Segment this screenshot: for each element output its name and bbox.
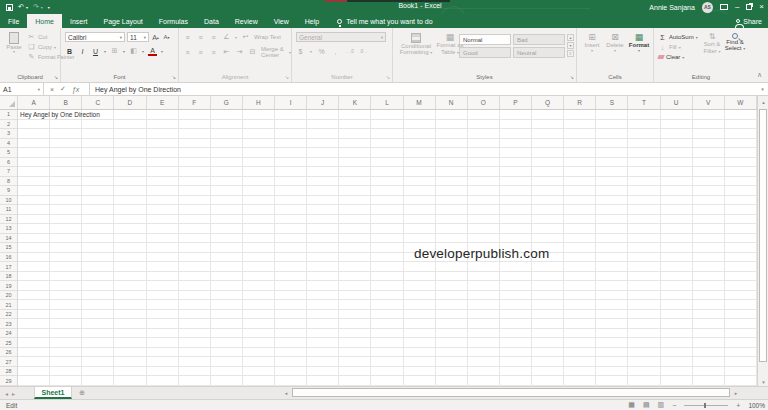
row-header[interactable]: 27 <box>0 357 17 367</box>
row-header[interactable]: 16 <box>0 253 17 263</box>
row-header[interactable]: 7 <box>0 167 17 177</box>
gallery-scroll-down-icon[interactable]: ▾ <box>567 42 574 49</box>
row-header[interactable]: 12 <box>0 215 17 225</box>
column-header[interactable]: E <box>147 96 179 109</box>
avatar[interactable]: AS <box>702 2 713 13</box>
column-header[interactable]: G <box>211 96 243 109</box>
name-box-dropdown-icon[interactable]: ▾ <box>38 87 40 92</box>
minimize-button[interactable]: – <box>735 2 739 12</box>
column-header[interactable]: S <box>596 96 628 109</box>
row-header[interactable]: 17 <box>0 262 17 272</box>
restore-button[interactable] <box>746 4 752 10</box>
tab-view[interactable]: View <box>266 14 297 28</box>
orientation-icon[interactable]: ∠ <box>222 32 231 42</box>
insert-function-icon[interactable]: ƒx <box>72 86 79 93</box>
formula-input[interactable]: Hey Angel by One Direction <box>90 83 757 95</box>
row-header[interactable]: 9 <box>0 186 17 196</box>
normal-view-icon[interactable]: ▦ <box>628 401 635 409</box>
font-color-icon[interactable]: A <box>148 47 157 56</box>
insert-cells-button[interactable]: ⊞ Insert▾ <box>581 33 603 53</box>
find-select-button[interactable]: Find & Select ▾ <box>724 33 746 52</box>
row-header[interactable]: 6 <box>0 158 17 168</box>
decrease-decimal-icon[interactable]: .0→ <box>359 46 368 56</box>
column-header[interactable]: I <box>275 96 307 109</box>
tab-formulas[interactable]: Formulas <box>151 14 196 28</box>
collapse-ribbon-icon[interactable]: ∧ <box>757 71 762 79</box>
vertical-scroll-thumb[interactable] <box>759 109 767 362</box>
row-header[interactable]: 20 <box>0 291 17 301</box>
row-header[interactable]: 21 <box>0 300 17 310</box>
fill-button[interactable]: ↓Fill▾ <box>658 42 698 52</box>
cancel-icon[interactable]: × <box>50 86 54 93</box>
name-box[interactable]: A1 ▾ <box>0 83 44 95</box>
conditional-formatting-button[interactable]: Conditional Formatting ▾ <box>399 33 433 56</box>
page-layout-view-icon[interactable]: ▤ <box>643 401 650 409</box>
row-header[interactable]: 2 <box>0 120 17 130</box>
vertical-scrollbar[interactable]: ▴ ▾ <box>757 96 768 388</box>
row-header[interactable]: 18 <box>0 272 17 282</box>
row-header[interactable]: 1 <box>0 110 17 120</box>
style-good[interactable]: Good <box>459 47 511 58</box>
share-button[interactable]: Share <box>736 14 762 28</box>
bold-button[interactable]: B <box>65 46 74 56</box>
horizontal-scroll-thumb[interactable] <box>292 388 730 397</box>
column-header[interactable]: D <box>114 96 146 109</box>
row-header[interactable]: 13 <box>0 224 17 234</box>
italic-button[interactable]: I <box>78 46 87 56</box>
scroll-up-icon[interactable]: ▴ <box>759 97 768 107</box>
row-header[interactable]: 23 <box>0 319 17 329</box>
align-top-icon[interactable]: ≡ <box>183 32 192 42</box>
expand-formula-bar-icon[interactable]: ▾ <box>757 83 768 95</box>
column-header[interactable]: H <box>243 96 275 109</box>
increase-font-size-icon[interactable]: A▴ <box>151 32 160 42</box>
cells-area[interactable]: Hey Angel by One Direction developerpubl… <box>18 110 757 386</box>
column-header[interactable]: F <box>179 96 211 109</box>
column-header[interactable]: L <box>371 96 403 109</box>
align-bottom-icon[interactable]: ≡ <box>209 32 218 42</box>
align-middle-icon[interactable]: ≡ <box>196 32 205 42</box>
font-size-combo[interactable]: 11▾ <box>127 32 149 42</box>
gallery-more-icon[interactable]: ≡ <box>567 50 574 57</box>
align-left-icon[interactable]: ≡ <box>183 47 192 57</box>
column-header[interactable]: A <box>18 96 50 109</box>
tab-data[interactable]: Data <box>196 14 227 28</box>
horizontal-scrollbar[interactable]: ◂ ▸ <box>280 388 757 397</box>
row-header[interactable]: 29 <box>0 376 17 386</box>
row-header[interactable]: 22 <box>0 310 17 320</box>
format-cells-button[interactable]: ▦ Format▾ <box>627 33 651 53</box>
style-bad[interactable]: Bad <box>513 34 565 45</box>
decrease-indent-icon[interactable]: ⇤ <box>222 47 231 57</box>
row-header[interactable]: 4 <box>0 139 17 149</box>
tab-review[interactable]: Review <box>227 14 266 28</box>
tab-page-layout[interactable]: Page Layout <box>95 14 150 28</box>
row-header[interactable]: 10 <box>0 196 17 206</box>
row-header[interactable]: 11 <box>0 205 17 215</box>
gallery-scroll-up-icon[interactable]: ▴ <box>567 34 574 41</box>
column-header[interactable]: J <box>307 96 339 109</box>
enter-icon[interactable]: ✓ <box>60 85 66 93</box>
delete-cells-button[interactable]: ⊠ Delete▾ <box>604 33 626 53</box>
close-button[interactable]: × <box>759 2 764 12</box>
accounting-format-icon[interactable]: $ <box>296 46 305 56</box>
tab-help[interactable]: Help <box>297 14 327 28</box>
increase-decimal-icon[interactable]: ←.0 <box>345 46 354 56</box>
column-header[interactable]: T <box>628 96 660 109</box>
column-header[interactable]: V <box>693 96 725 109</box>
row-header[interactable]: 25 <box>0 338 17 348</box>
borders-dropdown-icon[interactable]: ▾ <box>123 49 125 54</box>
sheet-grid[interactable]: 1234567891011121314151617181920212223242… <box>0 110 757 386</box>
row-header[interactable]: 14 <box>0 234 17 244</box>
column-header[interactable]: N <box>436 96 468 109</box>
ribbon-display-options-icon[interactable] <box>720 4 728 10</box>
zoom-level[interactable]: 100% <box>748 402 765 409</box>
number-dialog-launcher-icon[interactable]: ↘ <box>386 74 390 80</box>
column-header[interactable]: U <box>661 96 693 109</box>
fill-color-dropdown-icon[interactable]: ▾ <box>142 49 144 54</box>
underline-dropdown-icon[interactable]: ▾ <box>104 49 106 54</box>
font-dialog-launcher-icon[interactable]: ↘ <box>172 74 176 80</box>
tab-insert[interactable]: Insert <box>62 14 96 28</box>
styles-dialog-launcher-icon[interactable]: ↘ <box>570 74 574 80</box>
merge-center-label[interactable]: Merge & Center <box>261 46 285 58</box>
autosum-button[interactable]: ΣAutoSum▾ <box>658 32 698 42</box>
sort-filter-button[interactable]: ⇅ Sort & Filter ▾ <box>701 33 723 54</box>
